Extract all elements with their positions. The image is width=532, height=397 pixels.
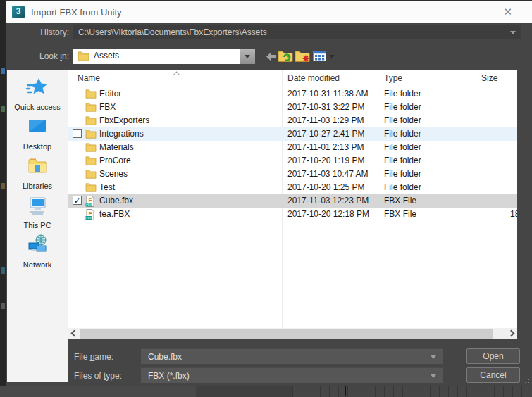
file-row[interactable]: FbxExporters2017-11-03 1:29 PMFile folde… bbox=[68, 114, 517, 127]
look-in-label: Look in: bbox=[11, 51, 69, 61]
dropdown-arrow-icon[interactable] bbox=[431, 355, 436, 359]
sidebar-item-label: Quick access bbox=[7, 103, 68, 111]
column-header-size[interactable]: Size bbox=[481, 73, 497, 83]
files-of-type-value: FBX (*.fbx) bbox=[148, 368, 190, 384]
file-name: FbxExporters bbox=[99, 115, 149, 125]
column-header-date-modified[interactable]: Date modified bbox=[287, 73, 340, 83]
horizontal-scrollbar[interactable] bbox=[68, 328, 517, 339]
look-in-value: Assets bbox=[94, 51, 119, 61]
sort-ascending-icon bbox=[173, 72, 180, 79]
sidebar-item-network[interactable]: Network bbox=[7, 234, 68, 269]
folder-icon bbox=[85, 182, 97, 193]
svg-text:F: F bbox=[89, 210, 92, 217]
sidebar-item-libraries[interactable]: Libraries bbox=[7, 155, 68, 190]
file-name: ProCore bbox=[99, 156, 131, 165]
resize-grip[interactable] bbox=[523, 379, 530, 385]
checked-checkbox[interactable]: ✓ bbox=[73, 196, 82, 205]
file-type: File folder bbox=[384, 102, 421, 112]
file-row[interactable]: FBX2017-10-31 3:22 PMFile folder bbox=[68, 101, 517, 114]
column-header-name[interactable]: Name bbox=[78, 73, 100, 83]
view-menu-arrow-icon[interactable] bbox=[329, 55, 335, 58]
dropdown-arrow-icon[interactable] bbox=[431, 374, 436, 378]
look-in-dropdown[interactable]: Assets bbox=[73, 49, 255, 64]
scroll-left-icon[interactable] bbox=[71, 330, 78, 337]
file-type: FBX File bbox=[384, 196, 416, 206]
dropdown-arrow-icon[interactable] bbox=[510, 31, 516, 34]
column-header-type[interactable]: Type bbox=[384, 73, 402, 83]
go-to-last-folder-icon[interactable] bbox=[278, 49, 293, 63]
scroll-right-icon[interactable] bbox=[508, 330, 515, 337]
file-row[interactable]: Editor2017-10-31 11:38 AMFile folder bbox=[68, 87, 517, 101]
background-timeline bbox=[292, 386, 532, 397]
sidebar-item-this-pc[interactable]: This PC bbox=[7, 194, 68, 229]
unchecked-checkbox[interactable] bbox=[73, 129, 82, 138]
cancel-button[interactable]: Cancel bbox=[466, 367, 520, 383]
3ds-max-app-icon: 3 bbox=[12, 6, 25, 18]
date-modified: 2017-11-01 2:13 PM bbox=[287, 142, 364, 152]
file-row[interactable]: Materials2017-11-01 2:13 PMFile folder bbox=[68, 141, 517, 154]
folder-icon bbox=[78, 51, 89, 61]
folder-icon bbox=[85, 156, 97, 166]
import-fbx-dialog-screen: 3 Import FBX from Unity ✕ History: C:\Us… bbox=[0, 0, 532, 397]
background-icon-sliver bbox=[1, 303, 5, 309]
file-row[interactable]: Integrations2017-10-27 2:41 PMFile folde… bbox=[68, 127, 517, 141]
file-name: tea.FBX bbox=[99, 209, 130, 219]
libraries-icon bbox=[26, 155, 49, 177]
file-type: File folder bbox=[384, 129, 421, 139]
quick-access-icon bbox=[26, 76, 49, 99]
file-name-dropdown[interactable]: Cube.fbx bbox=[141, 348, 443, 364]
background-icon-sliver bbox=[1, 267, 5, 274]
folder-icon bbox=[85, 129, 97, 139]
sidebar-item-label: Network bbox=[7, 260, 68, 269]
desktop-icon bbox=[26, 115, 49, 138]
background-icon-sliver bbox=[1, 68, 5, 74]
files-of-type-label: Files of type: bbox=[74, 371, 122, 381]
date-modified: 2017-10-31 11:38 AM bbox=[287, 89, 369, 99]
folder-icon bbox=[85, 102, 97, 113]
folder-icon bbox=[85, 115, 97, 126]
look-in-dropdown-button[interactable] bbox=[240, 49, 255, 64]
open-button[interactable]: Open bbox=[466, 348, 520, 364]
files-of-type-dropdown[interactable]: FBX (*.fbx) bbox=[141, 367, 443, 383]
date-modified: 2017-10-20 12:18 PM bbox=[287, 209, 369, 219]
file-name: Test bbox=[99, 182, 115, 192]
background-app-strip bbox=[0, 386, 196, 397]
dialog-titlebar[interactable]: 3 Import FBX from Unity ✕ bbox=[6, 1, 532, 23]
history-dropdown[interactable]: C:\Users\Viktoria\Documents\FbxExporters… bbox=[73, 25, 521, 39]
sidebar-item-label: Libraries bbox=[7, 182, 68, 190]
file-name: Integrations bbox=[99, 129, 144, 139]
background-app-left-strip bbox=[0, 0, 6, 397]
scrollbar-thumb[interactable] bbox=[80, 329, 493, 339]
create-new-folder-icon[interactable] bbox=[295, 49, 310, 63]
file-row[interactable]: Scenes2017-11-03 10:47 AMFile folder bbox=[68, 168, 517, 181]
file-type: File folder bbox=[384, 89, 421, 99]
this-pc-icon bbox=[26, 194, 49, 217]
back-arrow-icon[interactable] bbox=[266, 52, 277, 61]
file-row[interactable]: Test2017-10-20 1:25 PMFile folder bbox=[68, 181, 517, 194]
date-modified: 2017-11-03 10:47 AM bbox=[287, 169, 369, 179]
network-icon bbox=[26, 234, 49, 256]
file-type: File folder bbox=[384, 156, 421, 165]
file-name-value: Cube.fbx bbox=[148, 349, 182, 365]
fbx-file-icon: FFBX bbox=[85, 209, 97, 220]
file-row[interactable]: ✓FFBXCube.fbx2017-11-03 12:23 PMFBX File bbox=[68, 194, 517, 208]
file-size: 18 bbox=[510, 209, 517, 219]
date-modified: 2017-11-03 1:29 PM bbox=[287, 115, 364, 125]
sidebar-item-quick-access[interactable]: Quick access bbox=[7, 76, 68, 111]
close-icon[interactable]: ✕ bbox=[503, 6, 512, 18]
file-type: File folder bbox=[384, 115, 421, 125]
file-row[interactable]: FFBXtea.FBX2017-10-20 12:18 PMFBX File18 bbox=[68, 208, 517, 221]
svg-text:F: F bbox=[89, 197, 92, 203]
date-modified: 2017-10-27 2:41 PM bbox=[287, 129, 364, 139]
dropdown-arrow-icon bbox=[245, 55, 250, 58]
file-name: Editor bbox=[99, 89, 121, 99]
file-rows: Editor2017-10-31 11:38 AMFile folderFBX2… bbox=[68, 87, 517, 221]
file-type: FBX File bbox=[384, 209, 416, 219]
file-type: File folder bbox=[384, 169, 421, 179]
svg-text:FBX: FBX bbox=[86, 216, 92, 220]
view-menu-icon[interactable] bbox=[313, 51, 326, 61]
folder-icon bbox=[85, 89, 97, 99]
file-name: Scenes bbox=[99, 169, 128, 179]
file-row[interactable]: ProCore2017-10-20 1:19 PMFile folder bbox=[68, 154, 517, 168]
sidebar-item-desktop[interactable]: Desktop bbox=[7, 115, 68, 151]
